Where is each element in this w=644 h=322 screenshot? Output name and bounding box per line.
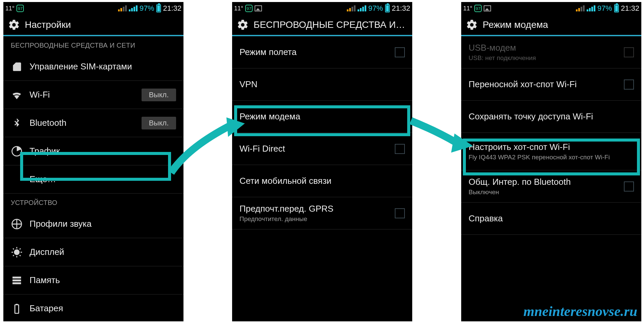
row-bt-label: Bluetooth: [30, 118, 135, 128]
traffic-icon: [11, 145, 23, 157]
svg-rect-3: [12, 276, 21, 278]
screen-tethering: 11° 97 97% 21:32 Режим модема USB-модем: [461, 2, 641, 321]
row-gprs[interactable]: Предпочт.перед. GPRS Предпочтител. данны…: [232, 197, 412, 229]
row-wifi-label: Wi-Fi: [30, 90, 135, 100]
row-traffic[interactable]: Трафик: [3, 137, 183, 165]
status-temp: 11°: [234, 5, 243, 12]
signal-sim2-icon: [129, 5, 138, 11]
status-badge: 97: [16, 5, 24, 12]
wifidirect-check[interactable]: [395, 144, 405, 154]
watermark: mneinteresnovse.ru: [523, 303, 637, 319]
row-modem-label: Режим модема: [239, 111, 405, 122]
row-setup-sub: Fly IQ443 WPA2 PSK переносной хот-спот W…: [469, 154, 634, 161]
row-hotspot-label: Переносной хот-спот Wi-Fi: [469, 79, 617, 90]
row-usb-label: USB-модем: [469, 43, 617, 53]
row-gprs-label: Предпочт.перед. GPRS: [239, 204, 388, 214]
row-help[interactable]: Справка: [461, 203, 641, 235]
row-sound-label: Профили звука: [30, 219, 176, 229]
section-device-header: УСТРОЙСТВО: [3, 194, 183, 210]
row-mobile-networks[interactable]: Сети мобильной связи: [232, 165, 412, 197]
status-bar: 11° 97 97% 21:32: [3, 2, 183, 15]
row-display[interactable]: Дисплей: [3, 238, 183, 266]
page-title: Режим модема: [483, 19, 548, 30]
row-airplane[interactable]: Режим полета: [232, 36, 412, 68]
gprs-check[interactable]: [395, 208, 405, 218]
signal-sim1-icon: [576, 5, 585, 11]
wifi-toggle[interactable]: Выкл.: [142, 89, 176, 101]
battery-icon: [156, 4, 161, 12]
sim-icon: [11, 61, 23, 73]
row-wifi[interactable]: Wi-Fi Выкл.: [3, 81, 183, 109]
row-vpn-label: VPN: [239, 79, 405, 90]
row-keep-label: Сохранять точку доступа Wi-Fi: [469, 111, 634, 122]
airplane-check[interactable]: [395, 47, 405, 57]
svg-point-2: [14, 249, 20, 255]
battery-icon: [614, 4, 619, 12]
row-bluetooth[interactable]: Bluetooth Выкл.: [3, 109, 183, 137]
titlebar[interactable]: БЕСПРОВОДНЫЕ СРЕДСТВА И СЕ…: [232, 15, 412, 36]
section-wireless-header: БЕСПРОВОДНЫЕ СРЕДСТВА И СЕТИ: [3, 36, 183, 53]
status-temp: 11°: [463, 5, 472, 12]
svg-rect-6: [15, 305, 18, 313]
row-mobile-label: Сети мобильной связи: [239, 176, 405, 186]
row-gprs-sub: Предпочтител. данные: [239, 215, 388, 223]
status-temp: 11°: [5, 5, 14, 12]
status-clock: 21:32: [163, 4, 181, 13]
battery-percent: 97%: [140, 4, 154, 13]
gallery-icon: [255, 5, 262, 11]
row-help-label: Справка: [469, 213, 634, 224]
svg-rect-7: [16, 304, 18, 305]
row-setup-label: Настроить хот-спот Wi-Fi: [469, 142, 634, 152]
gear-icon: [8, 19, 20, 31]
battery-icon: [385, 4, 390, 12]
row-more-label: Еще…: [30, 174, 176, 184]
usb-check: [624, 47, 634, 57]
row-bt-label: Общ. Интер. по Bluetooth: [469, 177, 617, 187]
row-usb-modem: USB-модем USB: нет подключения: [461, 36, 641, 68]
row-hotspot[interactable]: Переносной хот-спот Wi-Fi: [461, 68, 641, 101]
row-modem[interactable]: Режим модема: [232, 101, 412, 133]
row-traffic-label: Трафик: [30, 146, 176, 156]
status-clock: 21:32: [392, 4, 410, 13]
battery-percent: 97%: [368, 4, 383, 13]
row-sim-management[interactable]: Управление SIM-картами: [3, 53, 183, 81]
row-battery[interactable]: Батарея: [3, 294, 183, 321]
sound-icon: [11, 218, 23, 230]
row-wifidirect[interactable]: Wi-Fi Direct: [232, 133, 412, 165]
row-memory-label: Память: [30, 275, 176, 285]
row-sound[interactable]: Профили звука: [3, 210, 183, 238]
status-bar: 11° 97 97% 21:32: [232, 2, 412, 15]
battery-row-icon: [11, 303, 23, 315]
signal-sim2-icon: [587, 5, 595, 11]
signal-sim1-icon: [118, 5, 127, 11]
row-bt-share[interactable]: Общ. Интер. по Bluetooth Выключен: [461, 170, 641, 203]
page-title: Настройки: [25, 19, 71, 30]
status-badge: 97: [474, 5, 482, 12]
titlebar[interactable]: Режим модема: [461, 15, 641, 36]
signal-sim2-icon: [358, 5, 366, 11]
hotspot-check[interactable]: [624, 79, 634, 90]
bt-toggle[interactable]: Выкл.: [142, 117, 176, 129]
display-icon: [11, 246, 23, 258]
row-usb-sub: USB: нет подключения: [469, 54, 617, 62]
svg-rect-5: [12, 282, 21, 284]
gear-icon: [466, 19, 478, 31]
screen-settings: 11° 97 97% 21:32 Настройки БЕСПРОВОДНЫЕ …: [3, 2, 183, 321]
row-vpn[interactable]: VPN: [232, 68, 412, 101]
gear-icon: [237, 19, 249, 31]
bt-share-check[interactable]: [624, 181, 634, 192]
status-clock: 21:32: [621, 4, 639, 13]
signal-sim1-icon: [347, 5, 356, 11]
titlebar: Настройки: [3, 15, 183, 36]
row-setup-hotspot[interactable]: Настроить хот-спот Wi-Fi Fly IQ443 WPA2 …: [461, 133, 641, 170]
status-bar: 11° 97 97% 21:32: [461, 2, 641, 15]
battery-percent: 97%: [597, 4, 612, 13]
row-battery-label: Батарея: [30, 303, 176, 314]
spacer-icon: [11, 173, 23, 185]
row-display-label: Дисплей: [30, 247, 176, 257]
row-memory[interactable]: Память: [3, 266, 183, 294]
row-airplane-label: Режим полета: [239, 47, 388, 57]
row-bt-sub: Выключен: [469, 189, 617, 196]
row-more[interactable]: Еще…: [3, 165, 183, 194]
row-keep-hotspot[interactable]: Сохранять точку доступа Wi-Fi: [461, 101, 641, 133]
